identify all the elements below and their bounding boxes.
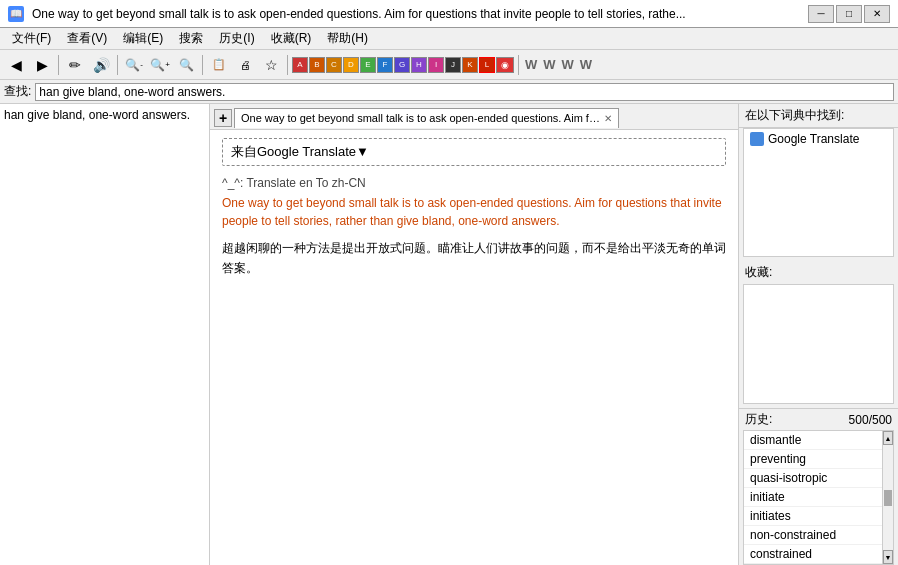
history-header: 历史: 500/500 [739, 408, 898, 430]
scroll-thumb[interactable] [884, 490, 892, 506]
forward-button[interactable]: ▶ [30, 54, 54, 76]
zoom-reset-button[interactable]: 🔍 [174, 54, 198, 76]
toolbar-icon-4[interactable]: D [343, 57, 359, 73]
history-item-4[interactable]: initiates [744, 507, 882, 526]
toolbar-icon-8[interactable]: H [411, 57, 427, 73]
source-header[interactable]: 来自Google Translate▼ [222, 138, 726, 166]
center-area: + One way to get beyond small talk is to… [210, 104, 738, 565]
toolbar-icon-2[interactable]: B [309, 57, 325, 73]
toolbar-icon-group: A B C D E F G H I J K L ◉ [292, 57, 514, 73]
scroll-up-arrow[interactable]: ▲ [883, 431, 893, 445]
translated-text: 超越闲聊的一种方法是提出开放式问题。瞄准让人们讲故事的问题，而不是给出平淡无奇的… [222, 238, 726, 279]
window-title: One way to get beyond small talk is to a… [32, 7, 800, 21]
history-count: 500/500 [849, 413, 892, 427]
toolbar-separator-2 [117, 55, 118, 75]
history-item-1[interactable]: preventing [744, 450, 882, 469]
toolbar: ◀ ▶ ✏ 🔊 🔍- 🔍+ 🔍 📋 🖨 ☆ A B C D E F G H I … [0, 50, 898, 80]
menu-edit[interactable]: 编辑(E) [115, 28, 171, 49]
left-sidebar: han give bland, one-word answers. [0, 104, 210, 565]
translation-content: 来自Google Translate▼ ^_^: Translate en To… [210, 130, 738, 565]
toolbar-separator-1 [58, 55, 59, 75]
google-translate-icon [750, 132, 764, 146]
favorites-box [743, 284, 894, 404]
right-panel: 在以下词典中找到: Google Translate 收藏: 历史: 500/5… [738, 104, 898, 565]
engine-line: ^_^: Translate en To zh-CN [222, 176, 726, 190]
tab-close-0[interactable]: ✕ [604, 113, 612, 124]
toolbar-icon-special[interactable]: ◉ [496, 57, 514, 73]
history-scrollbar[interactable]: ▲ ▼ [882, 430, 894, 565]
toolbar-separator-4 [287, 55, 288, 75]
toolbar-icon-10[interactable]: J [445, 57, 461, 73]
w-button-2[interactable]: W [541, 57, 557, 72]
history-list-wrapper: dismantle preventing quasi-isotropic ini… [743, 430, 894, 565]
history-item-6[interactable]: constrained [744, 545, 882, 564]
dict-results-box: Google Translate [743, 128, 894, 257]
edit-button[interactable]: ✏ [63, 54, 87, 76]
search-label: 查找: [4, 83, 31, 100]
toolbar-icon-7[interactable]: G [394, 57, 410, 73]
history-item-0[interactable]: dismantle [744, 431, 882, 450]
print-button[interactable]: 🖨 [233, 54, 257, 76]
history-item-5[interactable]: non-constrained [744, 526, 882, 545]
w-button-3[interactable]: W [560, 57, 576, 72]
menu-file[interactable]: 文件(F) [4, 28, 59, 49]
toolbar-icon-1[interactable]: A [292, 57, 308, 73]
dict-result-google[interactable]: Google Translate [744, 129, 893, 149]
sound-button[interactable]: 🔊 [89, 54, 113, 76]
tab-label-0: One way to get beyond small talk is to a… [241, 112, 600, 124]
original-text: One way to get beyond small talk is to a… [222, 194, 726, 230]
bookmark-button[interactable]: ☆ [259, 54, 283, 76]
w-button-1[interactable]: W [523, 57, 539, 72]
menu-search[interactable]: 搜索 [171, 28, 211, 49]
toolbar-icon-6[interactable]: F [377, 57, 393, 73]
add-tab-button[interactable]: + [214, 109, 232, 127]
favorites-title: 收藏: [739, 261, 898, 284]
w-button-4[interactable]: W [578, 57, 594, 72]
source-header-text: 来自Google Translate▼ [231, 143, 369, 161]
maximize-button[interactable]: □ [836, 5, 862, 23]
history-title: 历史: [745, 411, 772, 428]
google-translate-label: Google Translate [768, 132, 859, 146]
zoom-in-button[interactable]: 🔍+ [148, 54, 172, 76]
tab-bar: + One way to get beyond small talk is to… [210, 104, 738, 130]
search-bar: 查找: [0, 80, 898, 104]
minimize-button[interactable]: ─ [808, 5, 834, 23]
toolbar-separator-3 [202, 55, 203, 75]
dict-section-title: 在以下词典中找到: [739, 104, 898, 128]
history-list: dismantle preventing quasi-isotropic ini… [743, 430, 882, 565]
menu-favorites[interactable]: 收藏(R) [263, 28, 320, 49]
zoom-out-button[interactable]: 🔍- [122, 54, 146, 76]
window-controls: ─ □ ✕ [808, 5, 890, 23]
back-button[interactable]: ◀ [4, 54, 28, 76]
sidebar-content: han give bland, one-word answers. [2, 106, 207, 124]
toolbar-separator-5 [518, 55, 519, 75]
toolbar-icon-5[interactable]: E [360, 57, 376, 73]
app-icon: 📖 [8, 6, 24, 22]
main-area: han give bland, one-word answers. + One … [0, 104, 898, 565]
menu-bar: 文件(F) 查看(V) 编辑(E) 搜索 历史(I) 收藏(R) 帮助(H) [0, 28, 898, 50]
menu-history[interactable]: 历史(I) [211, 28, 262, 49]
toolbar-icon-9[interactable]: I [428, 57, 444, 73]
tab-item-0[interactable]: One way to get beyond small talk is to a… [234, 108, 619, 128]
menu-view[interactable]: 查看(V) [59, 28, 115, 49]
scroll-down-arrow[interactable]: ▼ [883, 550, 893, 564]
history-item-3[interactable]: initiate [744, 488, 882, 507]
toolbar-icon-11[interactable]: K [462, 57, 478, 73]
search-input[interactable] [35, 83, 894, 101]
close-button[interactable]: ✕ [864, 5, 890, 23]
menu-help[interactable]: 帮助(H) [319, 28, 376, 49]
title-bar: 📖 One way to get beyond small talk is to… [0, 0, 898, 28]
copy-button[interactable]: 📋 [207, 54, 231, 76]
toolbar-icon-3[interactable]: C [326, 57, 342, 73]
history-item-2[interactable]: quasi-isotropic [744, 469, 882, 488]
toolbar-icon-12[interactable]: L [479, 57, 495, 73]
